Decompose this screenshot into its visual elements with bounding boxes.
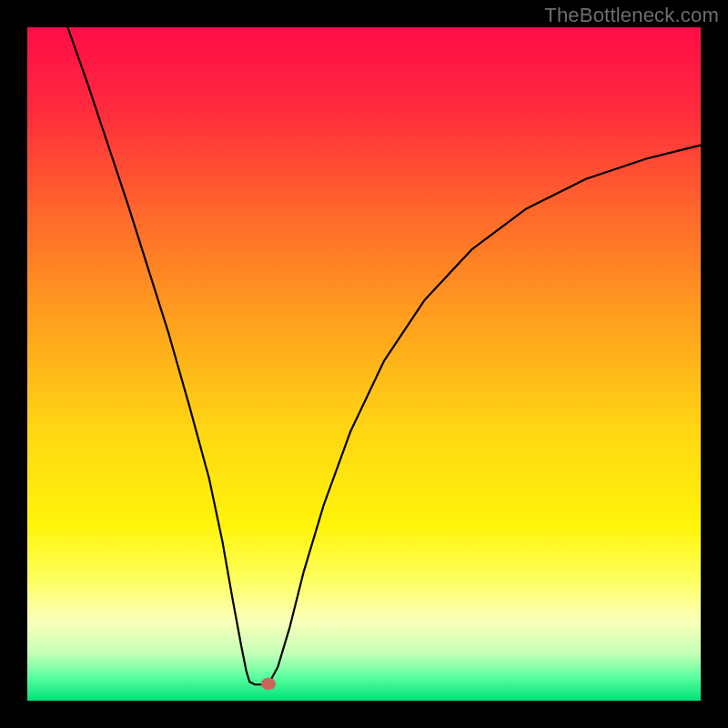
watermark-text: TheBottleneck.com: [544, 4, 719, 27]
marker-dot: [261, 678, 276, 690]
chart-background: [27, 27, 701, 701]
chart-frame: TheBottleneck.com: [0, 0, 728, 728]
bottleneck-chart: [27, 27, 701, 701]
